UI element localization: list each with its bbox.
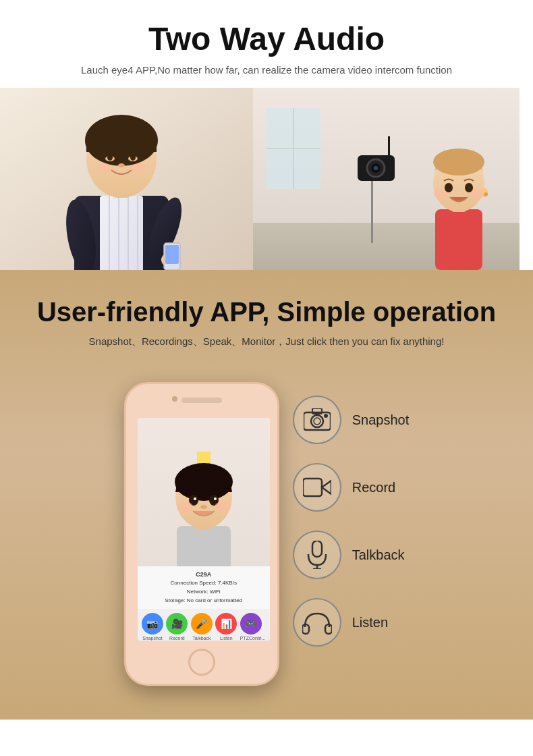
talkback-icon: [307, 541, 327, 569]
svg-rect-3: [100, 196, 143, 270]
listen-btn-icon[interactable]: 📊: [215, 613, 237, 634]
svg-rect-51: [179, 480, 228, 490]
app-content: C29A Connection Speed: 7.4KB/s Network: …: [13, 375, 520, 686]
phone-mockup: C29A Connection Speed: 7.4KB/s Network: …: [124, 382, 279, 686]
listen-label: Listen: [352, 615, 388, 630]
svg-rect-29: [371, 176, 373, 243]
svg-point-54: [194, 497, 196, 500]
photo-camera: [253, 88, 520, 270]
svg-point-21: [98, 163, 111, 171]
svg-marker-65: [322, 481, 331, 494]
photo-woman: [0, 88, 253, 270]
app-section-title: User-friendly APP, Simple operation: [13, 297, 520, 327]
phone-home-button[interactable]: [188, 649, 215, 676]
screen-btn-listen[interactable]: 📊 Listen: [215, 613, 237, 641]
svg-rect-34: [388, 136, 390, 157]
talkback-icon-circle: [293, 531, 341, 579]
record-icon: [303, 476, 331, 499]
camera-illustration: [253, 88, 520, 270]
svg-rect-66: [312, 541, 322, 557]
section-app: User-friendly APP, Simple operation Snap…: [0, 270, 533, 720]
section-title: Two Way Audio: [13, 20, 520, 57]
feature-listen: Listen: [293, 598, 388, 647]
section-audio: Two Way Audio Lauch eye4 APP,No matter h…: [0, 0, 533, 76]
section-subtitle: Lauch eye4 APP,No matter how far, can re…: [13, 64, 520, 76]
woman-illustration: [0, 88, 253, 270]
svg-point-20: [118, 163, 125, 167]
svg-point-55: [214, 497, 217, 500]
feature-record: Record: [293, 463, 395, 512]
screen-child-svg: [138, 418, 270, 566]
photo-row: [0, 88, 520, 270]
svg-point-44: [484, 192, 488, 196]
svg-point-22: [132, 163, 145, 171]
svg-point-18: [107, 154, 113, 161]
svg-point-38: [433, 148, 484, 176]
phone-camera-dot: [172, 396, 177, 402]
phone-speaker: [181, 398, 222, 403]
talkback-label: Talkback: [352, 547, 405, 563]
storage: Storage: No card or unformatted: [143, 597, 264, 605]
screen-info: C29A Connection Speed: 7.4KB/s Network: …: [138, 566, 270, 609]
svg-point-40: [465, 183, 473, 192]
record-btn-icon[interactable]: 🎥: [166, 613, 188, 634]
device-name: C29A: [143, 570, 264, 579]
snapshot-icon: [304, 408, 331, 431]
svg-point-58: [200, 505, 207, 509]
connection-speed: Connection Speed: 7.4KB/s: [143, 579, 264, 588]
talkback-btn-icon[interactable]: 🎤: [191, 613, 213, 634]
screen-buttons: 📷 Snapshot 🎥 Record 🎤 Talkback 📊 Listen: [138, 609, 270, 641]
screen-btn-ptz[interactable]: 🎮 PTZContrl...: [240, 613, 266, 641]
listen-icon-circle: [293, 598, 341, 647]
network: Network: WiFi: [143, 588, 264, 597]
svg-point-63: [324, 414, 328, 418]
svg-point-41: [434, 190, 447, 199]
feature-talkback: Talkback: [293, 531, 405, 579]
svg-point-33: [374, 166, 378, 170]
svg-point-57: [215, 502, 231, 512]
svg-point-56: [177, 502, 193, 512]
features-list: Snapshot Record: [293, 396, 410, 647]
svg-point-61: [314, 418, 320, 425]
snapshot-icon-circle: [293, 396, 341, 444]
svg-point-39: [445, 183, 453, 192]
app-section-subtitle: Snapshot、Recordings、Speak、Monitor，Just c…: [13, 335, 520, 348]
record-icon-circle: [293, 463, 341, 512]
svg-point-60: [311, 415, 323, 427]
svg-rect-47: [177, 526, 231, 566]
svg-rect-12: [165, 245, 179, 264]
phone-screen: C29A Connection Speed: 7.4KB/s Network: …: [138, 418, 270, 641]
screen-photo: [138, 418, 270, 566]
screen-btn-record[interactable]: 🎥 Record: [166, 613, 188, 641]
screen-btn-snapshot[interactable]: 📷 Snapshot: [142, 613, 163, 641]
feature-snapshot: Snapshot: [293, 396, 410, 444]
svg-point-19: [130, 154, 136, 161]
snapshot-btn-icon[interactable]: 📷: [142, 613, 163, 634]
listen-icon: [302, 610, 332, 635]
svg-rect-35: [435, 209, 482, 270]
record-label: Record: [352, 480, 395, 495]
svg-rect-64: [303, 479, 322, 496]
ptz-btn-icon[interactable]: 🎮: [240, 613, 262, 634]
screen-btn-talkback[interactable]: 🎤 Talkback: [191, 613, 213, 641]
snapshot-label: Snapshot: [352, 412, 410, 428]
